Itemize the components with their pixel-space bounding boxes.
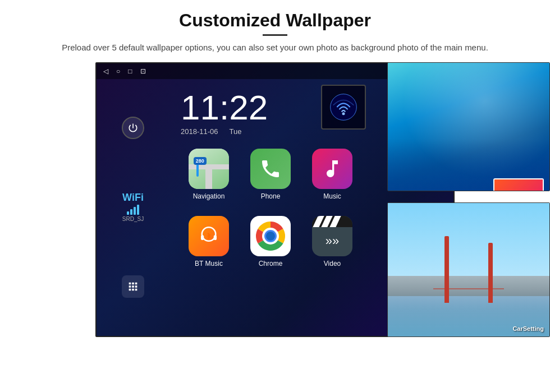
app-phone-label: Phone bbox=[261, 192, 281, 200]
header-section: Customized Wallpaper Preload over 5 defa… bbox=[0, 0, 550, 62]
clock-day: Tue bbox=[230, 127, 242, 136]
power-button[interactable] bbox=[122, 117, 144, 139]
clock-date-value: 2018-11-06 bbox=[181, 127, 218, 136]
svg-rect-4 bbox=[214, 235, 217, 240]
back-icon[interactable]: ◁ bbox=[103, 67, 108, 75]
wifi-bar-1 bbox=[127, 211, 129, 215]
app-video[interactable]: »» Video bbox=[304, 211, 360, 273]
svg-point-8 bbox=[266, 232, 275, 241]
wifi-ssid: SRD_SJ bbox=[122, 216, 144, 222]
screen-wrapper: ◁ ○ □ ⊡ ⚲ ▾ 11:22 WiFi bbox=[95, 62, 550, 343]
app-chrome-label: Chrome bbox=[259, 260, 283, 268]
app-btmusic[interactable]: BT Music bbox=[181, 211, 237, 273]
app-chrome[interactable]: Chrome bbox=[242, 211, 299, 273]
app-btmusic-label: BT Music bbox=[195, 260, 223, 268]
wifi-bar-4 bbox=[137, 205, 139, 215]
home-icon[interactable]: ○ bbox=[116, 67, 120, 75]
app-music-label: Music bbox=[323, 192, 341, 200]
wallpaper-golden-gate[interactable]: CarSetting bbox=[387, 202, 550, 337]
wifi-widget: WiFi SRD_SJ bbox=[122, 192, 144, 222]
app-video-label: Video bbox=[324, 260, 341, 268]
subtitle: Preload over 5 default wallpaper options… bbox=[45, 41, 505, 54]
app-grid: 280 Navigation Phone bbox=[181, 144, 360, 273]
clock-area: 11:22 2018-11-06 Tue bbox=[181, 90, 268, 136]
wallpaper-stack: Preview CarSetting bbox=[376, 62, 550, 337]
wallpaper-ice-cave[interactable]: Preview bbox=[387, 62, 550, 191]
carsetting-label: CarSetting bbox=[512, 325, 544, 332]
svg-point-1 bbox=[342, 112, 345, 115]
left-sidebar: WiFi SRD_SJ bbox=[97, 79, 169, 336]
screenshot-icon[interactable]: ⊡ bbox=[140, 67, 146, 75]
page-title: Customized Wallpaper bbox=[45, 10, 505, 31]
status-bar-left: ◁ ○ □ ⊡ bbox=[103, 67, 146, 75]
app-phone[interactable]: Phone bbox=[242, 144, 299, 205]
app-navigation[interactable]: 280 Navigation bbox=[181, 144, 237, 205]
recents-icon[interactable]: □ bbox=[128, 67, 132, 75]
clock-date: 2018-11-06 Tue bbox=[181, 127, 268, 136]
apps-grid-button[interactable] bbox=[122, 275, 144, 298]
wireless-icon-box[interactable] bbox=[321, 85, 366, 130]
wifi-label: WiFi bbox=[122, 192, 144, 204]
svg-rect-3 bbox=[201, 235, 204, 240]
wifi-bar-2 bbox=[130, 209, 132, 215]
wifi-bars bbox=[122, 205, 144, 215]
title-underline bbox=[263, 34, 287, 36]
app-music[interactable]: Music bbox=[304, 144, 360, 205]
clock-time: 11:22 bbox=[181, 90, 268, 125]
wifi-bar-3 bbox=[134, 207, 136, 215]
app-navigation-label: Navigation bbox=[193, 192, 225, 200]
